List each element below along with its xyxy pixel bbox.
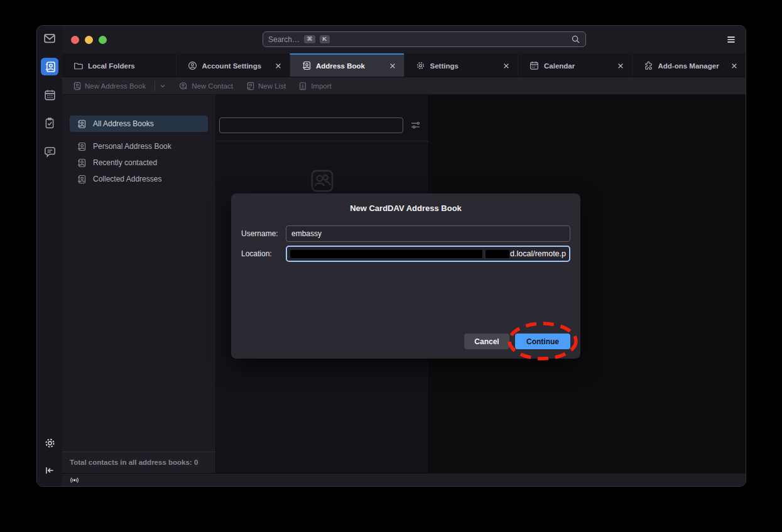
close-tab-icon[interactable] [617, 62, 624, 70]
search-placeholder: Search… [268, 35, 300, 44]
dialog-title: New CardDAV Address Book [231, 204, 580, 213]
address-book-icon [77, 119, 86, 129]
address-book-toolbar: New Address Book New Contact [62, 77, 746, 95]
mail-icon [43, 32, 56, 45]
tab-settings[interactable]: Settings [404, 53, 518, 77]
sidebar-item-collected-addresses[interactable]: Collected Addresses [70, 171, 208, 187]
tab-bar: Local Folders Account Settings [62, 53, 746, 77]
global-search-input[interactable]: Search… ⌘ K [263, 31, 586, 47]
collapse-rail-button[interactable] [41, 462, 58, 479]
chevron-down-icon[interactable] [159, 82, 166, 90]
location-visible-text: d.local/remote.p [509, 249, 566, 258]
status-bar [62, 473, 746, 486]
username-row: Username: [241, 225, 570, 242]
new-address-book-button[interactable]: New Address Book [72, 81, 166, 91]
sidebar-item-label: Collected Addresses [93, 175, 161, 183]
redaction-bar [290, 250, 482, 258]
tasks-space-button[interactable] [41, 114, 58, 132]
close-tab-icon[interactable] [730, 62, 738, 70]
address-book-plus-icon [72, 82, 81, 90]
contacts-search-input[interactable] [219, 117, 403, 133]
cancel-button[interactable]: Cancel [464, 334, 509, 349]
username-label: Username: [241, 229, 286, 238]
address-book-icon [44, 61, 56, 73]
address-book-icon [77, 142, 86, 151]
new-contact-label: New Contact [192, 82, 233, 90]
new-address-book-label: New Address Book [85, 82, 146, 90]
tab-addons-manager[interactable]: Add-ons Manager [632, 53, 746, 77]
new-list-label: New List [258, 82, 286, 90]
collapse-icon [44, 465, 55, 476]
redaction-bar [486, 250, 509, 258]
person-plus-icon [179, 82, 188, 90]
puzzle-icon [644, 61, 653, 70]
tab-label: Local Folders [88, 62, 168, 70]
total-contacts-status: Total contacts in all address books: 0 [62, 452, 215, 473]
import-icon [298, 82, 307, 90]
close-tab-icon[interactable] [502, 62, 510, 70]
sidebar-item-label: Recently contacted [93, 158, 157, 167]
tasks-icon [44, 117, 55, 129]
tab-label: Calendar [544, 62, 612, 70]
titlebar: Search… ⌘ K [62, 26, 746, 53]
tab-label: Account Settings [202, 62, 270, 70]
contacts-watermark-icon [308, 166, 337, 195]
network-radio-icon [70, 475, 79, 485]
close-tab-icon[interactable] [389, 62, 396, 70]
display-options-icon[interactable] [410, 120, 421, 131]
dialog-buttons: Cancel Continue [231, 334, 580, 359]
close-window-button[interactable] [71, 36, 79, 44]
calendar-space-button[interactable] [41, 86, 58, 104]
chat-space-button[interactable] [41, 143, 58, 160]
tab-calendar[interactable]: Calendar [518, 53, 632, 77]
address-book-space-button[interactable] [41, 58, 58, 75]
address-book-icon [77, 175, 86, 184]
settings-button[interactable] [41, 434, 58, 452]
address-book-icon [301, 61, 311, 70]
thunderbird-window: Search… ⌘ K [36, 25, 746, 487]
zoom-window-button[interactable] [99, 36, 107, 44]
gear-icon [416, 61, 425, 70]
new-list-button[interactable]: New List [246, 82, 286, 90]
chat-icon [44, 146, 56, 158]
app-menu-button[interactable] [725, 34, 737, 45]
tab-label: Settings [430, 62, 498, 70]
screen: Search… ⌘ K [0, 0, 782, 532]
address-book-list: All Address Books Personal Address Book [62, 95, 215, 187]
calendar-icon [529, 61, 539, 70]
continue-button[interactable]: Continue [515, 334, 570, 349]
close-tab-icon[interactable] [274, 62, 282, 70]
sidebar-item-recently-contacted[interactable]: Recently contacted [70, 155, 208, 171]
folder-icon [73, 61, 83, 70]
contacts-list-header [216, 95, 428, 141]
list-plus-icon [246, 82, 254, 90]
new-carddav-dialog: New CardDAV Address Book Username: Locat… [231, 193, 580, 359]
import-button[interactable]: Import [298, 82, 332, 90]
calendar-icon [44, 89, 56, 101]
tab-label: Add-ons Manager [658, 62, 726, 70]
location-field[interactable]: d.local/remote.p [286, 246, 570, 262]
minimize-window-button[interactable] [85, 36, 93, 44]
tab-account-settings[interactable]: Account Settings [176, 53, 290, 77]
username-field[interactable] [286, 225, 570, 242]
k-key-badge: K [320, 35, 330, 43]
spaces-rail [37, 26, 62, 486]
sidebar-item-personal-address-book[interactable]: Personal Address Book [70, 138, 208, 155]
settings-gear-icon [44, 437, 56, 449]
import-label: Import [311, 82, 332, 90]
mail-space-button[interactable] [41, 30, 58, 47]
location-label: Location: [241, 249, 286, 258]
address-book-sidebar: All Address Books Personal Address Book [62, 95, 216, 473]
tab-address-book[interactable]: Address Book [290, 53, 404, 77]
sidebar-item-label: Personal Address Book [93, 142, 171, 151]
new-contact-button[interactable]: New Contact [179, 82, 233, 90]
sidebar-item-all-address-books[interactable]: All Address Books [70, 116, 208, 132]
account-icon [188, 61, 197, 70]
tab-local-folders[interactable]: Local Folders [62, 53, 176, 77]
cmd-key-badge: ⌘ [304, 35, 315, 43]
sidebar-item-label: All Address Books [93, 119, 154, 128]
toolbar-separator [155, 81, 155, 91]
location-row: Location: d.local/remote.p [241, 246, 570, 262]
address-book-icon [77, 158, 86, 168]
traffic-lights [71, 36, 107, 44]
